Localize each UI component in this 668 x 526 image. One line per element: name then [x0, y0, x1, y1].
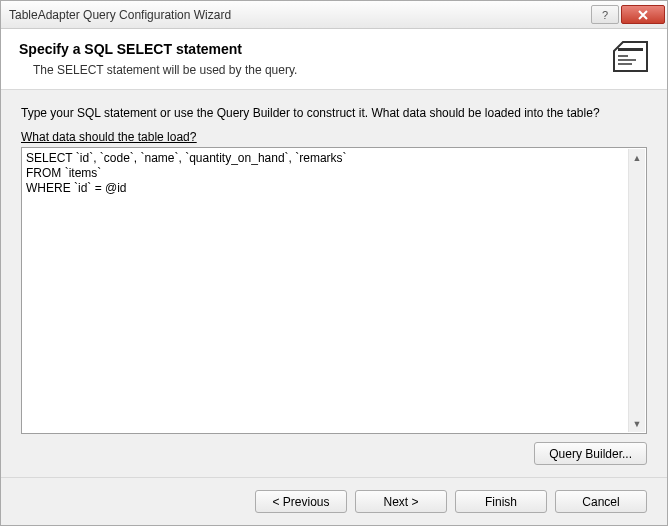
window-title: TableAdapter Query Configuration Wizard	[9, 8, 589, 22]
sql-line: SELECT `id`, `code`, `name`, `quantity_o…	[26, 151, 625, 166]
sql-window-icon	[609, 41, 649, 73]
sql-text-content: SELECT `id`, `code`, `name`, `quantity_o…	[23, 149, 628, 432]
wizard-footer: < Previous Next > Finish Cancel	[1, 477, 667, 525]
titlebar: TableAdapter Query Configuration Wizard …	[1, 1, 667, 29]
sql-field-label: What data should the table load?	[21, 130, 647, 144]
sql-line: FROM `items`	[26, 166, 625, 181]
svg-rect-1	[618, 55, 628, 57]
vertical-scrollbar[interactable]: ▲ ▼	[628, 149, 645, 432]
wizard-window: TableAdapter Query Configuration Wizard …	[0, 0, 668, 526]
instruction-text: Type your SQL statement or use the Query…	[21, 106, 647, 120]
sql-textarea[interactable]: SELECT `id`, `code`, `name`, `quantity_o…	[21, 147, 647, 434]
query-builder-row: Query Builder...	[21, 434, 647, 465]
header-text: Specify a SQL SELECT statement The SELEC…	[19, 41, 609, 77]
header-icon-wrap	[609, 41, 649, 77]
cancel-button[interactable]: Cancel	[555, 490, 647, 513]
finish-button[interactable]: Finish	[455, 490, 547, 513]
wizard-header: Specify a SQL SELECT statement The SELEC…	[1, 29, 667, 90]
query-builder-button[interactable]: Query Builder...	[534, 442, 647, 465]
close-icon	[637, 10, 649, 20]
next-button[interactable]: Next >	[355, 490, 447, 513]
close-button[interactable]	[621, 5, 665, 24]
svg-rect-0	[618, 48, 643, 51]
svg-rect-3	[618, 63, 632, 65]
help-button[interactable]: ?	[591, 5, 619, 24]
page-title: Specify a SQL SELECT statement	[19, 41, 609, 57]
svg-rect-2	[618, 59, 636, 61]
page-subtitle: The SELECT statement will be used by the…	[33, 63, 609, 77]
previous-button[interactable]: < Previous	[255, 490, 347, 513]
wizard-body: Type your SQL statement or use the Query…	[1, 90, 667, 477]
sql-line-selected: WHERE `id` = @id	[26, 181, 127, 195]
titlebar-buttons: ?	[589, 5, 665, 24]
scroll-up-icon[interactable]: ▲	[629, 149, 645, 166]
scroll-down-icon[interactable]: ▼	[629, 415, 645, 432]
